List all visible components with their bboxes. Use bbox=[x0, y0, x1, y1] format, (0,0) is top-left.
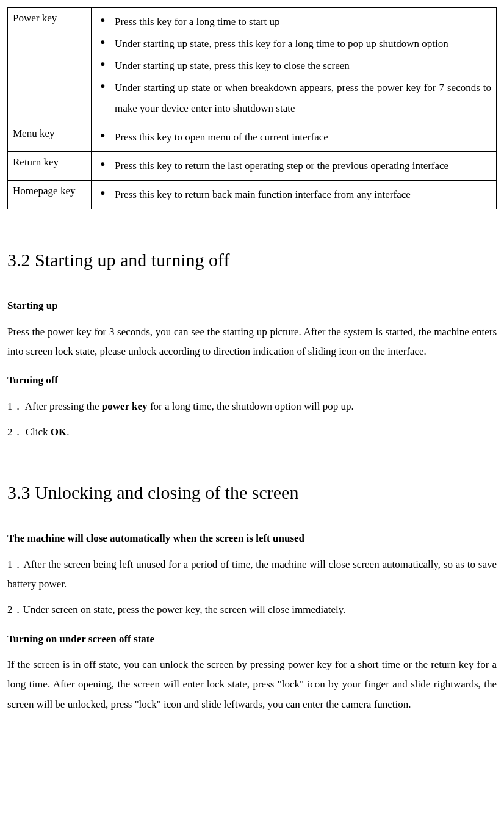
bullet-item: Under starting up state or when breakdow… bbox=[96, 78, 491, 119]
key-desc-cell: Press this key to return back main funct… bbox=[92, 181, 497, 209]
paragraph: Press the power key for 3 seconds, you c… bbox=[7, 322, 497, 362]
table-row: Power key Press this key for a long time… bbox=[8, 8, 497, 123]
table-row: Homepage key Press this key to return ba… bbox=[8, 181, 497, 209]
key-desc-cell: Press this key to open menu of the curre… bbox=[92, 123, 497, 152]
step-bold: power key bbox=[102, 400, 148, 412]
paragraph: If the screen is in off state, you can u… bbox=[7, 655, 497, 714]
section-heading-3-2: 3.2 Starting up and turning off bbox=[7, 246, 497, 273]
paragraph: 2．Under screen on state, press the power… bbox=[7, 600, 497, 620]
subheading-starting-up: Starting up bbox=[7, 298, 497, 314]
bullet-item: Press this key to return back main funct… bbox=[96, 184, 491, 205]
numbered-step: 1． After pressing the power key for a lo… bbox=[7, 397, 497, 416]
bullet-item: Press this key to return the last operat… bbox=[96, 156, 491, 176]
step-text: 2． Click bbox=[7, 426, 51, 438]
step-text: 1． After pressing the bbox=[7, 400, 102, 412]
step-text: . bbox=[67, 426, 69, 438]
bullet-item: Press this key for a long time to start … bbox=[96, 12, 491, 32]
key-name-cell: Power key bbox=[8, 8, 92, 123]
key-name-cell: Return key bbox=[8, 152, 92, 181]
numbered-step: 2． Click OK. bbox=[7, 422, 497, 442]
key-name-cell: Homepage key bbox=[8, 181, 92, 209]
section-heading-3-3: 3.3 Unlocking and closing of the screen bbox=[7, 479, 497, 506]
step-bold: OK bbox=[51, 426, 67, 438]
bullet-item: Under starting up state, press this key … bbox=[96, 56, 491, 76]
key-name-cell: Menu key bbox=[8, 123, 92, 152]
subheading-auto-close: The machine will close automatically whe… bbox=[7, 531, 497, 546]
table-row: Menu key Press this key to open menu of … bbox=[8, 123, 497, 152]
bullet-item: Press this key to open menu of the curre… bbox=[96, 127, 491, 148]
key-desc-cell: Press this key for a long time to start … bbox=[92, 8, 497, 123]
step-text: for a long time, the shutdown option wil… bbox=[148, 400, 354, 412]
subheading-screen-off: Turning on under screen off state bbox=[7, 631, 497, 647]
key-functions-table: Power key Press this key for a long time… bbox=[7, 7, 497, 209]
table-row: Return key Press this key to return the … bbox=[8, 152, 497, 181]
subheading-turning-off: Turning off bbox=[7, 372, 497, 388]
bullet-item: Under starting up state, press this key … bbox=[96, 34, 491, 54]
paragraph: 1．After the screen being left unused for… bbox=[7, 555, 497, 595]
key-desc-cell: Press this key to return the last operat… bbox=[92, 152, 497, 181]
